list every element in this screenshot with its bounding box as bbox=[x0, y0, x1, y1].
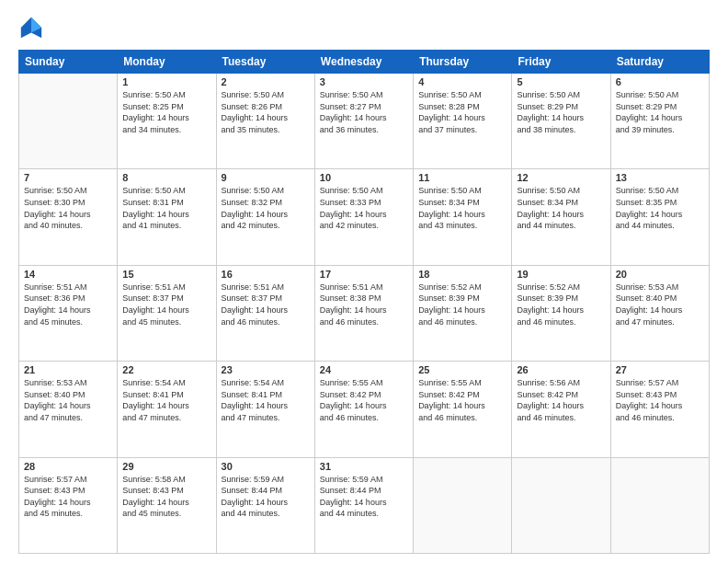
day-cell: 24Sunrise: 5:55 AM Sunset: 8:42 PM Dayli… bbox=[314, 362, 413, 457]
day-cell bbox=[610, 457, 709, 553]
day-info: Sunrise: 5:56 AM Sunset: 8:42 PM Dayligh… bbox=[517, 377, 605, 423]
day-info: Sunrise: 5:59 AM Sunset: 8:44 PM Dayligh… bbox=[320, 474, 408, 520]
day-cell: 8Sunrise: 5:50 AM Sunset: 8:31 PM Daylig… bbox=[118, 169, 216, 265]
day-info: Sunrise: 5:55 AM Sunset: 8:42 PM Dayligh… bbox=[418, 377, 506, 423]
day-cell: 4Sunrise: 5:50 AM Sunset: 8:28 PM Daylig… bbox=[414, 74, 512, 169]
day-cell: 16Sunrise: 5:51 AM Sunset: 8:37 PM Dayli… bbox=[216, 265, 314, 361]
day-number: 28 bbox=[24, 461, 112, 472]
weekday-header-saturday: Saturday bbox=[610, 51, 709, 74]
day-info: Sunrise: 5:51 AM Sunset: 8:38 PM Dayligh… bbox=[320, 282, 408, 327]
weekday-header-row: SundayMondayTuesdayWednesdayThursdayFrid… bbox=[19, 51, 710, 74]
day-number: 21 bbox=[24, 364, 112, 375]
day-info: Sunrise: 5:50 AM Sunset: 8:34 PM Dayligh… bbox=[517, 185, 605, 231]
day-cell: 5Sunrise: 5:50 AM Sunset: 8:29 PM Daylig… bbox=[512, 74, 610, 169]
day-info: Sunrise: 5:50 AM Sunset: 8:26 PM Dayligh… bbox=[222, 89, 310, 135]
day-number: 24 bbox=[320, 364, 408, 375]
day-cell: 30Sunrise: 5:59 AM Sunset: 8:44 PM Dayli… bbox=[216, 457, 314, 553]
day-number: 25 bbox=[418, 364, 506, 375]
day-info: Sunrise: 5:52 AM Sunset: 8:39 PM Dayligh… bbox=[418, 282, 506, 327]
day-cell: 28Sunrise: 5:57 AM Sunset: 8:43 PM Dayli… bbox=[19, 457, 118, 553]
day-info: Sunrise: 5:50 AM Sunset: 8:33 PM Dayligh… bbox=[320, 185, 408, 231]
day-cell: 12Sunrise: 5:50 AM Sunset: 8:34 PM Dayli… bbox=[512, 169, 610, 265]
day-cell: 20Sunrise: 5:53 AM Sunset: 8:40 PM Dayli… bbox=[610, 265, 709, 361]
day-number: 10 bbox=[320, 172, 408, 183]
day-info: Sunrise: 5:50 AM Sunset: 8:29 PM Dayligh… bbox=[616, 89, 704, 135]
day-info: Sunrise: 5:50 AM Sunset: 8:27 PM Dayligh… bbox=[320, 89, 408, 135]
day-cell: 3Sunrise: 5:50 AM Sunset: 8:27 PM Daylig… bbox=[314, 74, 413, 169]
day-info: Sunrise: 5:59 AM Sunset: 8:44 PM Dayligh… bbox=[222, 474, 310, 520]
day-cell: 25Sunrise: 5:55 AM Sunset: 8:42 PM Dayli… bbox=[414, 362, 512, 457]
day-cell: 15Sunrise: 5:51 AM Sunset: 8:37 PM Dayli… bbox=[118, 265, 216, 361]
weekday-header-tuesday: Tuesday bbox=[216, 51, 314, 74]
day-info: Sunrise: 5:51 AM Sunset: 8:37 PM Dayligh… bbox=[222, 282, 310, 327]
week-row-2: 7Sunrise: 5:50 AM Sunset: 8:30 PM Daylig… bbox=[19, 169, 710, 265]
day-number: 15 bbox=[122, 269, 210, 280]
day-cell: 31Sunrise: 5:59 AM Sunset: 8:44 PM Dayli… bbox=[314, 457, 413, 553]
weekday-header-friday: Friday bbox=[512, 51, 610, 74]
day-cell: 17Sunrise: 5:51 AM Sunset: 8:38 PM Dayli… bbox=[314, 265, 413, 361]
day-cell: 26Sunrise: 5:56 AM Sunset: 8:42 PM Dayli… bbox=[512, 362, 610, 457]
weekday-header-monday: Monday bbox=[118, 51, 216, 74]
day-info: Sunrise: 5:53 AM Sunset: 8:40 PM Dayligh… bbox=[24, 377, 112, 423]
weekday-header-thursday: Thursday bbox=[414, 51, 512, 74]
day-cell: 10Sunrise: 5:50 AM Sunset: 8:33 PM Dayli… bbox=[314, 169, 413, 265]
day-info: Sunrise: 5:50 AM Sunset: 8:31 PM Dayligh… bbox=[122, 185, 210, 231]
day-cell bbox=[512, 457, 610, 553]
day-info: Sunrise: 5:50 AM Sunset: 8:34 PM Dayligh… bbox=[418, 185, 506, 231]
day-info: Sunrise: 5:50 AM Sunset: 8:30 PM Dayligh… bbox=[24, 185, 112, 231]
day-info: Sunrise: 5:51 AM Sunset: 8:37 PM Dayligh… bbox=[122, 282, 210, 327]
day-cell: 9Sunrise: 5:50 AM Sunset: 8:32 PM Daylig… bbox=[216, 169, 314, 265]
day-info: Sunrise: 5:50 AM Sunset: 8:28 PM Dayligh… bbox=[418, 89, 506, 135]
day-info: Sunrise: 5:54 AM Sunset: 8:41 PM Dayligh… bbox=[222, 377, 310, 423]
day-number: 20 bbox=[616, 269, 704, 280]
day-info: Sunrise: 5:50 AM Sunset: 8:29 PM Dayligh… bbox=[517, 89, 605, 135]
page: SundayMondayTuesdayWednesdayThursdayFrid… bbox=[0, 0, 728, 563]
day-cell: 23Sunrise: 5:54 AM Sunset: 8:41 PM Dayli… bbox=[216, 362, 314, 457]
day-cell: 29Sunrise: 5:58 AM Sunset: 8:43 PM Dayli… bbox=[118, 457, 216, 553]
logo-icon bbox=[18, 15, 44, 40]
day-number: 9 bbox=[222, 172, 310, 183]
day-info: Sunrise: 5:57 AM Sunset: 8:43 PM Dayligh… bbox=[616, 377, 704, 423]
day-number: 27 bbox=[616, 364, 704, 375]
day-cell: 11Sunrise: 5:50 AM Sunset: 8:34 PM Dayli… bbox=[414, 169, 512, 265]
day-cell: 19Sunrise: 5:52 AM Sunset: 8:39 PM Dayli… bbox=[512, 265, 610, 361]
day-number: 6 bbox=[616, 76, 704, 87]
day-number: 5 bbox=[517, 76, 605, 87]
day-cell: 13Sunrise: 5:50 AM Sunset: 8:35 PM Dayli… bbox=[610, 169, 709, 265]
day-cell: 21Sunrise: 5:53 AM Sunset: 8:40 PM Dayli… bbox=[19, 362, 118, 457]
day-cell: 6Sunrise: 5:50 AM Sunset: 8:29 PM Daylig… bbox=[610, 74, 709, 169]
day-number: 30 bbox=[222, 461, 310, 472]
day-info: Sunrise: 5:51 AM Sunset: 8:36 PM Dayligh… bbox=[24, 282, 112, 327]
week-row-3: 14Sunrise: 5:51 AM Sunset: 8:36 PM Dayli… bbox=[19, 265, 710, 361]
day-info: Sunrise: 5:50 AM Sunset: 8:35 PM Dayligh… bbox=[616, 185, 704, 231]
day-number: 26 bbox=[517, 364, 605, 375]
day-number: 22 bbox=[122, 364, 210, 375]
day-info: Sunrise: 5:53 AM Sunset: 8:40 PM Dayligh… bbox=[616, 282, 704, 327]
day-number: 14 bbox=[24, 269, 112, 280]
day-cell bbox=[414, 457, 512, 553]
day-cell: 1Sunrise: 5:50 AM Sunset: 8:25 PM Daylig… bbox=[118, 74, 216, 169]
week-row-5: 28Sunrise: 5:57 AM Sunset: 8:43 PM Dayli… bbox=[19, 457, 710, 553]
logo bbox=[18, 15, 48, 40]
day-info: Sunrise: 5:55 AM Sunset: 8:42 PM Dayligh… bbox=[320, 377, 408, 423]
day-number: 23 bbox=[222, 364, 310, 375]
day-info: Sunrise: 5:52 AM Sunset: 8:39 PM Dayligh… bbox=[517, 282, 605, 327]
day-cell bbox=[19, 74, 118, 169]
day-info: Sunrise: 5:54 AM Sunset: 8:41 PM Dayligh… bbox=[122, 377, 210, 423]
day-number: 29 bbox=[122, 461, 210, 472]
header bbox=[18, 15, 710, 40]
day-cell: 2Sunrise: 5:50 AM Sunset: 8:26 PM Daylig… bbox=[216, 74, 314, 169]
day-number: 16 bbox=[222, 269, 310, 280]
day-info: Sunrise: 5:50 AM Sunset: 8:32 PM Dayligh… bbox=[222, 185, 310, 231]
week-row-1: 1Sunrise: 5:50 AM Sunset: 8:25 PM Daylig… bbox=[19, 74, 710, 169]
day-number: 8 bbox=[122, 172, 210, 183]
day-number: 17 bbox=[320, 269, 408, 280]
day-number: 13 bbox=[616, 172, 704, 183]
weekday-header-sunday: Sunday bbox=[19, 51, 118, 74]
day-info: Sunrise: 5:57 AM Sunset: 8:43 PM Dayligh… bbox=[24, 474, 112, 520]
day-number: 3 bbox=[320, 76, 408, 87]
day-number: 18 bbox=[418, 269, 506, 280]
day-number: 1 bbox=[122, 76, 210, 87]
day-number: 11 bbox=[418, 172, 506, 183]
day-cell: 7Sunrise: 5:50 AM Sunset: 8:30 PM Daylig… bbox=[19, 169, 118, 265]
